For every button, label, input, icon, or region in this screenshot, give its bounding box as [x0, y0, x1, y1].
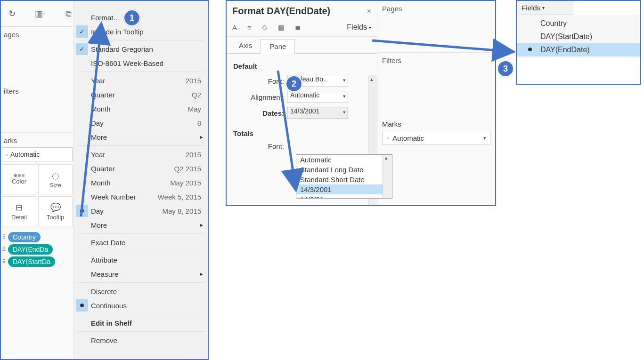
menu-measure[interactable]: Measure	[74, 267, 208, 281]
field-enddate[interactable]: DAY(EndDate)	[517, 43, 640, 56]
color-card[interactable]: Color	[2, 164, 36, 194]
menu-day2[interactable]: Day May 8, 2015	[74, 204, 208, 218]
filters-shelf[interactable]: ilters	[1, 83, 73, 133]
bullet-icon	[528, 48, 532, 51]
tab-pane[interactable]: Pane	[261, 39, 295, 54]
menu-month2[interactable]: Month May 2015	[74, 176, 208, 190]
font-label: Font:	[232, 77, 284, 85]
pill-country[interactable]: Country	[8, 232, 41, 242]
filters-shelf[interactable]: Filters	[377, 53, 495, 116]
field-country-label: Country	[540, 19, 567, 27]
pill-row-enddate[interactable]: ⠿ DAY(EndDa	[2, 244, 73, 255]
align-icon[interactable]: ≡	[247, 24, 252, 32]
menu-month[interactable]: Month May	[74, 102, 208, 116]
close-icon[interactable]: ×	[367, 7, 371, 16]
step-3-label: 3	[503, 64, 508, 74]
filters-shelf-label: ilters	[4, 87, 19, 95]
format-tabs: Axis Pane	[227, 37, 377, 54]
menu-format[interactable]: Format...	[74, 10, 208, 24]
color-card-label: Color	[12, 178, 26, 185]
font-icon[interactable]: A	[232, 24, 237, 32]
menu-year2-value: 2015	[186, 151, 201, 159]
menu-iso8601-label: ISO-8601 Week-Based	[91, 59, 163, 67]
row-dates: Dates: 14/3/2001	[232, 107, 371, 119]
fields-dropdown-header[interactable]: Fields ▾	[517, 1, 573, 15]
menu-edit-shelf[interactable]: Edit in Shelf	[74, 316, 208, 330]
menu-weeknum[interactable]: Week Number Week 5, 2015	[74, 190, 208, 204]
marks-type-select[interactable]: ▫ Automatic	[2, 147, 73, 161]
menu-measure-label: Measure	[91, 270, 118, 278]
menu-separator	[78, 40, 204, 40]
pages-label: Pages	[382, 5, 402, 13]
menu-edit-shelf-label: Edit in Shelf	[91, 319, 132, 327]
menu-quarter[interactable]: Quarter Q2	[74, 88, 208, 102]
dates-select[interactable]: 14/3/2001	[287, 107, 348, 119]
menu-quarter-label: Quarter	[91, 91, 115, 99]
menu-continuous[interactable]: Continuous	[74, 298, 208, 312]
menu-separator	[78, 314, 204, 314]
dropdown-scrollbar[interactable]	[383, 155, 392, 198]
menu-year-label: Year	[91, 77, 105, 85]
field-country[interactable]: Country	[517, 17, 640, 30]
menu-std-gregorian[interactable]: ✓ Standard Gregorian	[74, 42, 208, 56]
check-icon: ✓	[76, 25, 88, 38]
lines-icon[interactable]: ≣	[295, 23, 301, 32]
menu-attribute[interactable]: Attribute	[74, 253, 208, 267]
tooltip-icon: 💬	[50, 202, 61, 213]
chart-plus-icon[interactable]: ▥+	[33, 7, 47, 21]
format-title-row: Format DAY(EndDate) ×	[227, 1, 377, 19]
left-panel: ↻ ▥+ ⧉ ages ilters arks ▫ Automatic Colo…	[0, 0, 209, 360]
dd-standard-short[interactable]: Standard Short Date	[296, 175, 392, 184]
chevron-down-icon: ▾	[542, 5, 545, 10]
menu-quarter2[interactable]: Quarter Q2 2015	[74, 161, 208, 176]
menu-separator	[78, 251, 204, 251]
tooltip-card-label: Tooltip	[47, 214, 65, 221]
group-default: Default	[233, 62, 371, 70]
marks-type-select[interactable]: ▫ Automatic	[382, 131, 490, 145]
pill-row-country[interactable]: ⠿ Country	[2, 232, 73, 242]
menu-year[interactable]: Year 2015	[74, 73, 208, 88]
fields-dropdown-button[interactable]: Fields ▾	[347, 23, 371, 32]
scroll-up-icon[interactable]: ▴	[370, 76, 373, 82]
field-startdate[interactable]: DAY(StartDate)	[517, 30, 640, 43]
dd-14-3-2001[interactable]: 14/3/2001	[296, 184, 392, 194]
menu-day[interactable]: Day 8	[74, 116, 208, 130]
pill-row-startdate[interactable]: ⠿ DAY(StartDa	[2, 256, 73, 267]
menu-more-2[interactable]: More	[74, 218, 208, 232]
shading-icon[interactable]: ◇	[262, 23, 268, 32]
menu-quarter2-label: Quarter	[91, 165, 115, 173]
dd-14-3-01[interactable]: 14/3/01	[296, 194, 392, 198]
tab-axis-label: Axis	[239, 41, 252, 49]
menu-exact-date[interactable]: Exact Date	[74, 235, 208, 249]
dd-automatic[interactable]: Automatic	[296, 155, 392, 165]
menu-day-value: 8	[197, 119, 201, 127]
marks-shelf-label: arks	[4, 136, 17, 144]
menu-more-1[interactable]: More	[74, 130, 208, 144]
menu-include-tooltip[interactable]: ✓ Include in Tooltip	[74, 24, 208, 39]
step-badge-2: 2	[285, 75, 302, 92]
marks-cards: Color ◌ Size ⊟ Detail 💬 Tooltip	[1, 164, 73, 228]
menu-day-label: Day	[91, 119, 104, 127]
pill-enddate[interactable]: DAY(EndDa	[8, 244, 53, 255]
tooltip-card[interactable]: 💬 Tooltip	[38, 196, 73, 226]
menu-remove[interactable]: Remove	[74, 333, 208, 347]
tab-axis[interactable]: Axis	[230, 39, 261, 53]
borders-icon[interactable]: ▦	[278, 23, 285, 32]
menu-day2-value: May 8, 2015	[162, 207, 201, 215]
marks-label: Marks	[382, 120, 401, 128]
dd-standard-long[interactable]: Standard Long Date	[296, 165, 392, 175]
pages-shelf[interactable]: Pages	[377, 1, 495, 53]
menu-month-label: Month	[91, 105, 111, 113]
chevron-down-icon: ▾	[369, 25, 371, 30]
detail-card[interactable]: ⊟ Detail	[2, 196, 36, 226]
size-card-label: Size	[49, 182, 61, 189]
menu-year2[interactable]: Year 2015	[74, 147, 208, 161]
refresh-icon[interactable]: ↻	[5, 7, 19, 21]
menu-iso8601[interactable]: ISO-8601 Week-Based	[74, 56, 208, 70]
size-card[interactable]: ◌ Size	[38, 164, 73, 194]
alignment-select[interactable]: Automatic	[287, 91, 348, 103]
pages-shelf[interactable]: ages	[1, 27, 73, 83]
pill-startdate[interactable]: DAY(StartDa	[8, 256, 55, 267]
menu-discrete[interactable]: Discrete	[74, 284, 208, 298]
menu-year2-label: Year	[91, 151, 105, 159]
